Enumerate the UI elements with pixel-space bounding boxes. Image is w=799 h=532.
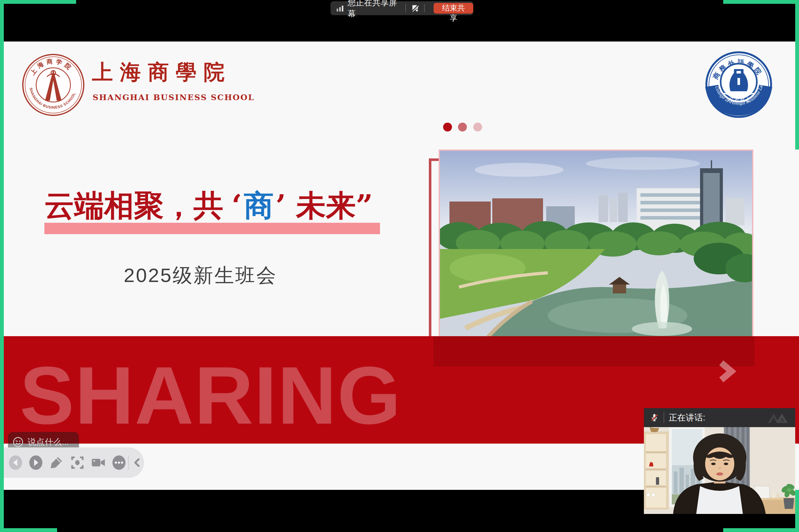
video-scene — [644, 427, 795, 514]
toolbar-divider — [128, 456, 129, 470]
annotation-disabled-icon[interactable] — [411, 3, 420, 13]
slide-title: 云端相聚，共‘商’未来” — [44, 186, 425, 226]
emoji-smiley-icon[interactable] — [12, 436, 24, 448]
video-feed: Young-树芽儿 — [644, 427, 795, 514]
back-circle-icon — [7, 454, 24, 471]
university-seal-logo: 上海商学院 SHANGHAI BUSINESS SCHOOL — [22, 53, 85, 117]
mic-muted-icon — [650, 413, 659, 422]
signal-bars-icon — [335, 3, 344, 13]
title-pre: 云端相聚，共 — [44, 188, 223, 223]
pencil-icon — [49, 455, 65, 471]
meeting-watermark-icon — [767, 411, 791, 424]
presenter-toolbar — [4, 448, 144, 478]
carousel-dot-2 — [458, 122, 467, 132]
title-highlight: 商 — [244, 188, 274, 223]
screen: 上海商学院 SHANGHAI BUSINESS SCHOOL 上海商學院 SHA… — [0, 0, 799, 532]
end-share-button[interactable]: 结束共享 — [434, 3, 473, 14]
divider — [424, 4, 425, 12]
divider — [405, 4, 406, 12]
focus-capture-icon — [70, 455, 85, 471]
photo-shadow — [433, 336, 755, 367]
screen-share-bar: 您正在共享屏幕 结束共享 — [330, 1, 473, 15]
title-quote-close: ’ — [276, 188, 286, 223]
more-options-button[interactable] — [110, 454, 128, 472]
sharing-watermark: SHARING — [20, 355, 402, 436]
annotate-pen-button[interactable] — [48, 454, 65, 472]
video-header: 正在讲话: — [644, 408, 795, 427]
campus-photo-art — [440, 151, 752, 338]
more-ellipsis-icon — [111, 454, 127, 471]
previous-slide-button[interactable] — [7, 454, 24, 472]
frame-strip-top-left — [0, 0, 76, 4]
frame-strip-bottom-right — [723, 528, 799, 532]
carousel-dot-3 — [473, 122, 482, 132]
frame-strip-left — [0, 0, 4, 532]
speaker-video-panel: Young-树芽儿 正在讲话: — [644, 408, 795, 514]
school-name-zh: 上海商學院 — [92, 58, 232, 87]
college-seal-logo: 商務外語學院 C.F.B.L College of Foreign Busine… — [704, 51, 774, 122]
play-circle-icon — [28, 454, 44, 471]
camera-button[interactable] — [90, 454, 107, 472]
speaking-label: 正在讲话: — [669, 412, 705, 423]
frame-strip-right-upper — [795, 0, 799, 150]
screenshot-button[interactable] — [69, 454, 86, 472]
title-post: 未来 — [296, 188, 356, 223]
frame-strip-right-lower — [795, 490, 799, 532]
campus-photo — [439, 150, 753, 339]
chevron-left-icon — [131, 456, 144, 469]
slide-subtitle: 2025级新生班会 — [124, 262, 277, 289]
share-status-text: 您正在共享屏幕 — [348, 0, 401, 19]
title-quote-end: ” — [356, 188, 373, 223]
carousel-dot-1 — [443, 122, 452, 132]
comment-placeholder: 说点什么... — [28, 436, 69, 448]
title-quote-open: ‘ — [232, 188, 242, 223]
school-name-en: SHANGHAI BUSINESS SCHOOL — [93, 93, 254, 102]
collapse-toolbar-button[interactable] — [131, 454, 144, 472]
next-arrow-icon — [715, 360, 738, 382]
play-slideshow-button[interactable] — [27, 454, 44, 472]
frame-strip-bottom-left — [0, 528, 57, 532]
frame-strip-top-right — [723, 0, 799, 4]
video-camera-icon — [90, 454, 107, 471]
divider — [664, 412, 664, 423]
